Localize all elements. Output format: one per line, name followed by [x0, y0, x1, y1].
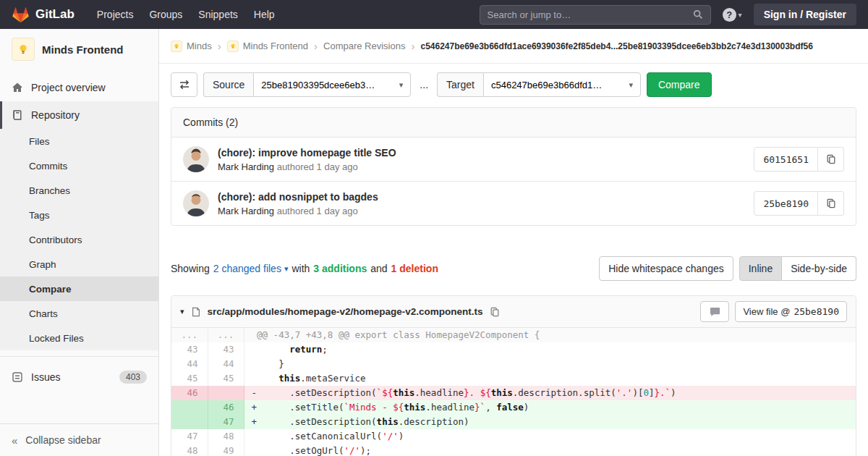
- chevron-down-icon: ▾: [399, 81, 404, 89]
- target-group: Target c546247be69e3b66dfd1… ▾: [437, 72, 641, 97]
- gitlab-home-link[interactable]: GitLab: [12, 6, 75, 23]
- diff-new-line-number[interactable]: 44: [208, 357, 244, 371]
- file-path-link[interactable]: src/app/modules/homepage-v2/homepage-v2.…: [208, 306, 483, 317]
- diff-old-line-number[interactable]: 47: [171, 429, 208, 444]
- commit-title-link[interactable]: (chore): improve homepage title SEO: [218, 147, 754, 159]
- diff-table: ...... @@ -43,7 +43,8 @@ export class Ho…: [171, 328, 856, 456]
- commit-meta-text: authored 1 day ago: [277, 206, 358, 216]
- target-revision-dropdown[interactable]: c546247be69e3b66dfd1… ▾: [483, 72, 641, 97]
- breadcrumb: Minds › Minds Frontend › Compare Revisio…: [159, 29, 868, 64]
- copy-file-path-button[interactable]: [490, 307, 500, 317]
- issues-count-badge: 403: [119, 371, 147, 384]
- sidebar-item-compare[interactable]: Compare: [0, 276, 158, 301]
- sidebar-item-commits[interactable]: Commits: [0, 153, 158, 178]
- commit-meta: Mark Harding authored 1 day ago: [218, 206, 754, 216]
- sidebar-item-charts[interactable]: Charts: [0, 301, 158, 326]
- commit-info: (chore): add nosnippet to bagdes Mark Ha…: [218, 191, 754, 216]
- diff-old-line-number[interactable]: 46: [171, 386, 208, 400]
- diff-line: 4343 return;: [171, 342, 856, 357]
- commit-meta-text: authored 1 day ago: [277, 161, 358, 172]
- project-avatar-small: [227, 41, 239, 52]
- collapse-sidebar-button[interactable]: « Collapse sidebar: [0, 423, 158, 456]
- sidebar-item-project-overview[interactable]: Project overview: [0, 74, 158, 101]
- commit-author-link[interactable]: Mark Harding: [218, 206, 274, 216]
- changed-files-dropdown[interactable]: 2 changed files ▾: [213, 263, 289, 274]
- sidebar-item-label: Project overview: [31, 82, 106, 93]
- inline-view-button[interactable]: Inline: [739, 256, 782, 281]
- diff-line-content: return;: [244, 342, 856, 357]
- sidebar-nav: Project overview Repository Files Commit…: [0, 68, 158, 423]
- diff-old-line-number[interactable]: 44: [171, 357, 208, 371]
- copy-sha-button[interactable]: [818, 147, 844, 172]
- diff-line-content: @@ -43,7 +43,8 @@ export class HomepageV…: [244, 328, 856, 342]
- diff-old-line-number[interactable]: 48: [171, 444, 208, 456]
- diff-new-line-number[interactable]: ...: [208, 328, 244, 342]
- sidebar-item-graph[interactable]: Graph: [0, 252, 158, 276]
- breadcrumb-current-shas: c546247be69e3b66dfd1ace6939036fe2f85deb4…: [420, 41, 812, 51]
- commit-author-link[interactable]: Mark Harding: [218, 161, 274, 172]
- person-photo-icon: [183, 190, 209, 216]
- diff-new-line-number[interactable]: 47: [208, 415, 244, 429]
- side-by-side-view-button[interactable]: Side-by-side: [782, 256, 856, 281]
- lightbulb-icon: [17, 43, 30, 56]
- showing-label: Showing: [171, 263, 210, 274]
- diff-old-line-number[interactable]: 45: [171, 371, 208, 386]
- diff-line: 4444 }: [171, 357, 856, 371]
- toggle-comments-button[interactable]: [700, 301, 729, 322]
- gitlab-wordmark: GitLab: [35, 7, 75, 22]
- view-file-button[interactable]: View file @ 25be8190: [735, 301, 847, 322]
- hide-whitespace-button[interactable]: Hide whitespace changes: [599, 256, 733, 281]
- nav-link-projects[interactable]: Projects: [89, 0, 142, 29]
- diff-new-line-number[interactable]: 45: [208, 371, 244, 386]
- compare-button[interactable]: Compare: [647, 72, 712, 97]
- sidebar-item-issues[interactable]: Issues 403: [0, 363, 158, 392]
- search-input[interactable]: [488, 9, 693, 20]
- commit-sha-link[interactable]: 60151651: [754, 147, 818, 172]
- diff-new-line-number[interactable]: 49: [208, 444, 244, 456]
- copy-icon: [826, 154, 836, 164]
- nav-link-snippets[interactable]: Snippets: [190, 0, 245, 29]
- diff-new-line-number[interactable]: [208, 386, 244, 400]
- sidebar-item-locked-files[interactable]: Locked Files: [0, 326, 158, 350]
- breadcrumb-page-link[interactable]: Compare Revisions: [323, 41, 405, 51]
- diff-old-line-number[interactable]: 43: [171, 342, 208, 357]
- chevron-down-icon: ▾: [739, 11, 742, 19]
- commit-sha-link[interactable]: 25be8190: [754, 191, 818, 216]
- diff-new-line-number[interactable]: 43: [208, 342, 244, 357]
- author-avatar[interactable]: [183, 190, 209, 216]
- sidebar-project-link[interactable]: Minds Frontend: [0, 29, 158, 68]
- target-label: Target: [437, 72, 483, 97]
- diff-line: 46+ .setTitle(`Minds - ${this.headline}`…: [171, 400, 856, 415]
- diff-line-content: + .setTitle(`Minds - ${this.headline}`, …: [244, 400, 856, 415]
- diff-old-line-number[interactable]: ...: [171, 328, 208, 342]
- diff-new-line-number[interactable]: 48: [208, 429, 244, 444]
- breadcrumb-project-link[interactable]: Minds Frontend: [227, 41, 308, 52]
- nav-link-groups[interactable]: Groups: [141, 0, 190, 29]
- swap-revisions-button[interactable]: [171, 72, 197, 97]
- range-ellipsis: ...: [420, 79, 428, 90]
- lightbulb-icon: [173, 43, 180, 50]
- diff-file-actions: View file @ 25be8190: [700, 301, 847, 322]
- diff-old-line-number[interactable]: [171, 415, 208, 429]
- breadcrumb-group-link[interactable]: Minds: [171, 41, 212, 52]
- diff-old-line-number[interactable]: [171, 400, 208, 415]
- sidebar-item-files[interactable]: Files: [0, 129, 158, 153]
- diff-line-content: }: [244, 357, 856, 371]
- help-menu-button[interactable]: ? ▾: [723, 8, 742, 22]
- sidebar-item-branches[interactable]: Branches: [0, 178, 158, 203]
- source-revision-dropdown[interactable]: 25be81903395dcee6eb3… ▾: [253, 72, 411, 97]
- sign-in-button[interactable]: Sign in / Register: [754, 4, 856, 25]
- commit-title-link[interactable]: (chore): add nosnippet to bagdes: [218, 191, 754, 203]
- main-content: Minds › Minds Frontend › Compare Revisio…: [159, 29, 868, 456]
- sidebar-item-tags[interactable]: Tags: [0, 203, 158, 227]
- author-avatar[interactable]: [183, 146, 209, 172]
- nav-link-help[interactable]: Help: [246, 0, 283, 29]
- collapse-diff-caret-icon[interactable]: ▾: [180, 307, 184, 316]
- diff-new-line-number[interactable]: 46: [208, 400, 244, 415]
- diff-line-content: + .setDescription(this.description): [244, 415, 856, 429]
- sidebar-item-contributors[interactable]: Contributors: [0, 227, 158, 252]
- copy-icon: [490, 307, 500, 317]
- copy-sha-button[interactable]: [818, 191, 844, 216]
- sidebar-item-repository[interactable]: Repository: [0, 101, 158, 129]
- sidebar-item-label: Issues: [31, 371, 60, 383]
